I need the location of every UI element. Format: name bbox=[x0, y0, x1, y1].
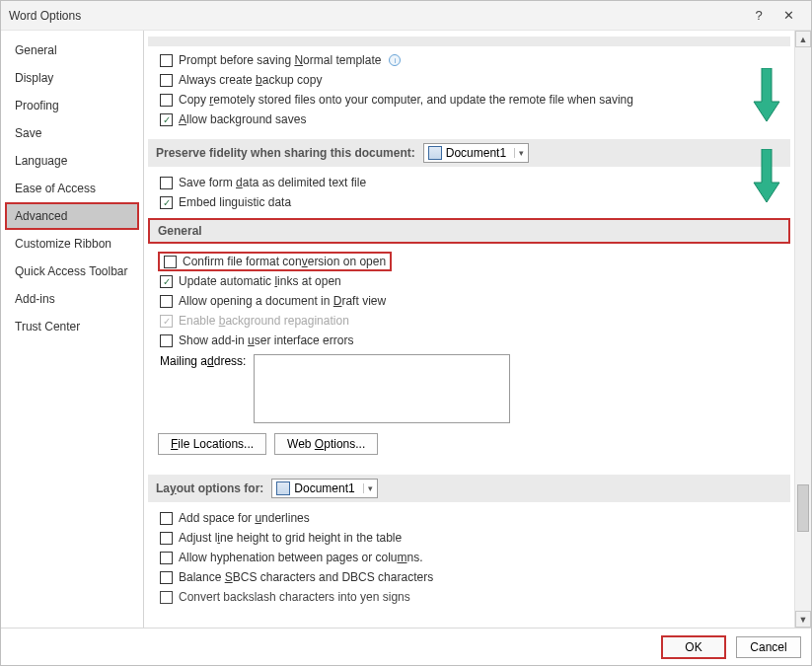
checkbox-icon[interactable]: ✓ bbox=[160, 113, 173, 126]
section-general: General bbox=[148, 218, 790, 244]
sidebar-item-general[interactable]: General bbox=[5, 37, 139, 64]
opt-label: Always create backup copy bbox=[179, 73, 322, 87]
checkbox-icon[interactable] bbox=[160, 177, 173, 189]
opt-label: Adjust line height to grid height in the… bbox=[179, 531, 402, 545]
opt-label: Add space for underlines bbox=[179, 511, 310, 525]
opt-allow-hyphenation[interactable]: Allow hyphenation between pages or colum… bbox=[148, 548, 790, 567]
opt-bg-repagination: ✓ Enable background repagination bbox=[148, 311, 790, 331]
scroll-down-icon[interactable]: ▼ bbox=[795, 611, 811, 628]
opt-balance-sbcs[interactable]: Balance SBCS characters and DBCS charact… bbox=[148, 567, 790, 587]
opt-label: Allow hyphenation between pages or colum… bbox=[179, 551, 423, 564]
sidebar-item-language[interactable]: Language bbox=[5, 147, 139, 175]
content-area: Prompt before saving Normal template i A… bbox=[144, 31, 794, 628]
opt-confirm-conversion[interactable]: Confirm file format conversion on open bbox=[158, 252, 392, 271]
sidebar-item-customize-ribbon[interactable]: Customize Ribbon bbox=[5, 230, 139, 258]
file-locations-button[interactable]: File Locations... bbox=[158, 433, 266, 455]
layout-doc-dropdown[interactable]: Document1 ▾ bbox=[271, 479, 377, 498]
mailing-label: Mailing address: bbox=[160, 354, 246, 368]
info-icon[interactable]: i bbox=[389, 54, 401, 66]
checkbox-icon[interactable] bbox=[160, 552, 173, 564]
checkbox-icon[interactable] bbox=[160, 54, 173, 67]
checkbox-icon[interactable] bbox=[160, 571, 173, 584]
chevron-down-icon: ▾ bbox=[514, 148, 524, 158]
sidebar-item-advanced[interactable]: Advanced bbox=[5, 202, 139, 230]
document-icon bbox=[276, 481, 290, 495]
opt-convert-yen[interactable]: Convert backslash characters into yen si… bbox=[148, 587, 790, 607]
sidebar-item-add-ins[interactable]: Add-ins bbox=[5, 285, 139, 313]
web-options-button[interactable]: Web Options... bbox=[274, 433, 378, 455]
opt-space-underlines[interactable]: Add space for underlines bbox=[148, 508, 790, 528]
opt-copy-remote[interactable]: Copy remotely stored files onto your com… bbox=[148, 90, 790, 110]
checkbox-icon[interactable] bbox=[160, 532, 173, 545]
opt-label: Confirm file format conversion on open bbox=[183, 255, 386, 268]
checkbox-icon[interactable] bbox=[160, 295, 173, 308]
opt-label: Embed linguistic data bbox=[179, 195, 291, 209]
section-bar-top bbox=[148, 37, 790, 46]
opt-label: Save form data as delimited text file bbox=[179, 176, 366, 189]
checkbox-icon[interactable] bbox=[160, 94, 173, 107]
scroll-up-icon[interactable]: ▲ bbox=[795, 31, 811, 47]
annotation-arrow-icon bbox=[752, 149, 781, 204]
chevron-down-icon: ▾ bbox=[363, 483, 373, 493]
checkbox-icon[interactable] bbox=[160, 591, 173, 604]
opt-label: Allow background saves bbox=[179, 112, 306, 126]
opt-adjust-line-height[interactable]: Adjust line height to grid height in the… bbox=[148, 528, 790, 548]
section-layout-options: Layout options for: Document1 ▾ bbox=[148, 475, 790, 502]
close-icon[interactable]: ✕ bbox=[774, 8, 803, 23]
sidebar-item-proofing[interactable]: Proofing bbox=[5, 92, 139, 119]
opt-label: Prompt before saving Normal template bbox=[179, 53, 381, 67]
preserve-doc-dropdown[interactable]: Document1 ▾ bbox=[423, 143, 529, 163]
preserve-label: Preserve fidelity when sharing this docu… bbox=[156, 146, 415, 160]
dropdown-value: Document1 bbox=[294, 481, 354, 495]
opt-backup-copy[interactable]: Always create backup copy bbox=[148, 70, 790, 90]
dropdown-value: Document1 bbox=[446, 146, 506, 160]
opt-label: Show add-in user interface errors bbox=[179, 333, 353, 347]
checkbox-icon[interactable]: ✓ bbox=[160, 196, 173, 209]
opt-label: Enable background repagination bbox=[179, 314, 349, 328]
layout-label: Layout options for: bbox=[156, 481, 263, 495]
checkbox-icon[interactable] bbox=[160, 74, 173, 87]
checkbox-icon[interactable] bbox=[160, 334, 173, 347]
title-bar: Word Options ? ✕ bbox=[1, 1, 811, 31]
checkbox-icon: ✓ bbox=[160, 315, 173, 328]
opt-save-form-data[interactable]: Save form data as delimited text file bbox=[148, 173, 790, 192]
opt-label: Balance SBCS characters and DBCS charact… bbox=[179, 570, 433, 584]
checkbox-icon[interactable]: ✓ bbox=[160, 275, 173, 288]
opt-label: Convert backslash characters into yen si… bbox=[179, 590, 410, 604]
annotation-arrow-icon bbox=[752, 68, 781, 123]
sidebar-item-trust-center[interactable]: Trust Center bbox=[5, 313, 139, 340]
section-preserve-fidelity: Preserve fidelity when sharing this docu… bbox=[148, 139, 790, 167]
opt-embed-ling[interactable]: ✓ Embed linguistic data bbox=[148, 192, 790, 212]
dialog-footer: OK Cancel bbox=[1, 628, 811, 665]
help-icon[interactable]: ? bbox=[744, 8, 774, 23]
sidebar-item-ease-of-access[interactable]: Ease of Access bbox=[5, 175, 139, 202]
sidebar-item-save[interactable]: Save bbox=[5, 119, 139, 147]
scroll-thumb[interactable] bbox=[797, 484, 809, 532]
opt-label: Update automatic links at open bbox=[179, 274, 341, 288]
opt-update-links[interactable]: ✓ Update automatic links at open bbox=[148, 271, 790, 291]
window-title: Word Options bbox=[9, 9, 744, 23]
sidebar: General Display Proofing Save Language E… bbox=[1, 31, 144, 628]
mailing-address-textarea[interactable] bbox=[254, 354, 510, 423]
checkbox-icon[interactable] bbox=[164, 256, 177, 268]
opt-addin-errors[interactable]: Show add-in user interface errors bbox=[148, 331, 790, 350]
scrollbar[interactable]: ▲ ▼ bbox=[794, 31, 811, 628]
opt-label: Allow opening a document in Draft view bbox=[179, 294, 386, 308]
ok-button[interactable]: OK bbox=[661, 635, 726, 659]
sidebar-item-display[interactable]: Display bbox=[5, 64, 139, 92]
opt-bg-saves[interactable]: ✓ Allow background saves bbox=[148, 110, 790, 129]
sidebar-item-quick-access-toolbar[interactable]: Quick Access Toolbar bbox=[5, 258, 139, 285]
opt-prompt-normal[interactable]: Prompt before saving Normal template i bbox=[148, 50, 790, 70]
opt-draft-view[interactable]: Allow opening a document in Draft view bbox=[148, 291, 790, 311]
document-icon bbox=[428, 146, 442, 160]
checkbox-icon[interactable] bbox=[160, 512, 173, 525]
opt-label: Copy remotely stored files onto your com… bbox=[179, 93, 633, 107]
mailing-address-row: Mailing address: bbox=[148, 350, 790, 427]
cancel-button[interactable]: Cancel bbox=[736, 636, 801, 658]
